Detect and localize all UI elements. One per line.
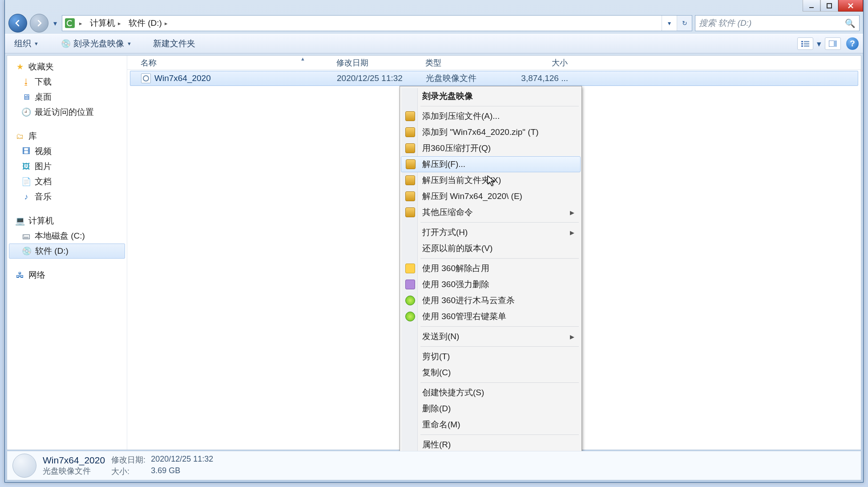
ctx-360-force-delete[interactable]: 使用 360强力删除 — [401, 276, 581, 292]
nav-row: ▾ ▸ 计算机 ▸ 软件 (D:) ▸ ▾ ↻ 搜索 软件 (D:) 🔍 — [5, 12, 863, 34]
svg-rect-0 — [809, 7, 814, 8]
file-row[interactable]: Win7x64_2020 2020/12/25 11:32 光盘映像文件 3,8… — [130, 71, 858, 86]
ctx-open-with[interactable]: 打开方式(H)▶ — [401, 224, 581, 240]
video-icon: 🎞 — [21, 146, 31, 156]
tree-drive-d[interactable]: 💿软件 (D:) — [9, 244, 125, 259]
desktop-icon: 🖥 — [21, 92, 31, 102]
tree-pictures[interactable]: 🖼图片 — [9, 159, 125, 174]
computer-icon: 💻 — [15, 216, 25, 226]
explorer-body: ★收藏夹 ⭳下载 🖥桌面 🕘最近访问的位置 🗂库 🎞视频 🖼图片 📄文档 ♪音乐… — [7, 55, 861, 450]
address-bar[interactable]: ▸ 计算机 ▸ 软件 (D:) ▸ ▾ ↻ — [62, 15, 692, 31]
col-size[interactable]: 大小 — [510, 57, 572, 68]
toolbar: 组织▼ 💿刻录光盘映像▼ 新建文件夹 ▾ ? — [5, 34, 863, 53]
file-name: Win7x64_2020 — [154, 73, 211, 83]
file-date: 2020/12/25 11:32 — [332, 73, 421, 83]
svg-rect-9 — [834, 41, 837, 47]
close-button[interactable] — [838, 0, 863, 12]
search-icon: 🔍 — [845, 18, 856, 28]
recent-icon: 🕘 — [21, 107, 31, 117]
view-mode-dropdown[interactable]: ▾ — [815, 36, 823, 52]
sort-asc-icon: ▲ — [300, 56, 305, 61]
breadcrumb-drive[interactable]: 软件 (D:) ▸ — [126, 16, 173, 31]
ctx-add-to-zip[interactable]: 添加到 "Win7x64_2020.zip" (T) — [401, 124, 581, 140]
360-icon — [405, 280, 415, 289]
col-date[interactable]: 修改日期 — [332, 57, 421, 68]
minimize-button[interactable] — [803, 0, 820, 12]
col-name[interactable]: 名称▲ — [136, 57, 332, 68]
ctx-360-unlock[interactable]: 使用 360解除占用 — [401, 260, 581, 276]
details-pane: Win7x64_2020 光盘映像文件 修改日期: 2020/12/25 11:… — [7, 451, 861, 480]
maximize-button[interactable] — [820, 0, 838, 12]
ctx-create-shortcut[interactable]: 创建快捷方式(S) — [401, 385, 581, 401]
archive-icon — [405, 191, 415, 201]
ctx-360-cloud-scan[interactable]: 使用 360进行木马云查杀 — [401, 292, 581, 308]
submenu-arrow-icon: ▶ — [570, 229, 574, 236]
ctx-properties[interactable]: 属性(R) — [401, 437, 581, 453]
submenu-arrow-icon: ▶ — [570, 333, 574, 340]
address-dropdown[interactable]: ▾ — [662, 16, 677, 31]
details-file-icon — [12, 454, 36, 478]
archive-icon — [405, 111, 415, 121]
col-type[interactable]: 类型 — [421, 57, 510, 68]
ctx-cut[interactable]: 剪切(T) — [401, 349, 581, 365]
library-icon: 🗂 — [15, 131, 25, 141]
drive-icon: 💿 — [22, 246, 32, 256]
drive-icon — [65, 18, 75, 28]
forward-button[interactable] — [30, 14, 48, 32]
preview-pane-button[interactable] — [825, 37, 841, 50]
file-size: 3,874,126 ... — [510, 73, 573, 83]
tree-videos[interactable]: 🎞视频 — [9, 144, 125, 159]
star-icon: ★ — [15, 62, 25, 72]
file-list: 名称▲ 修改日期 类型 大小 Win7x64_2020 2020/12/25 1… — [127, 56, 861, 450]
archive-icon — [405, 207, 415, 217]
downloads-icon: ⭳ — [21, 77, 31, 87]
breadcrumb-chevron[interactable]: ▸ — [77, 16, 87, 31]
ctx-extract-here[interactable]: 解压到当前文件夹(X) — [401, 172, 581, 188]
svg-rect-2 — [801, 41, 803, 42]
new-folder-button[interactable]: 新建文件夹 — [148, 36, 200, 52]
ctx-send-to[interactable]: 发送到(N)▶ — [401, 329, 581, 345]
tree-downloads[interactable]: ⭳下载 — [9, 74, 125, 89]
ctx-burn-image[interactable]: 刻录光盘映像 — [401, 88, 581, 104]
nav-history-dropdown[interactable]: ▾ — [51, 15, 59, 31]
breadcrumb-computer[interactable]: 计算机 ▸ — [87, 16, 126, 31]
tree-recent[interactable]: 🕘最近访问的位置 — [9, 105, 125, 120]
submenu-arrow-icon: ▶ — [570, 209, 574, 216]
search-box[interactable]: 搜索 软件 (D:) 🔍 — [695, 15, 860, 31]
nav-tree: ★收藏夹 ⭳下载 🖥桌面 🕘最近访问的位置 🗂库 🎞视频 🖼图片 📄文档 ♪音乐… — [7, 56, 127, 450]
refresh-button[interactable]: ↻ — [677, 16, 692, 31]
organize-button[interactable]: 组织▼ — [9, 36, 44, 52]
tree-computer[interactable]: 💻计算机 — [9, 213, 125, 228]
tree-favorites[interactable]: ★收藏夹 — [9, 59, 125, 74]
ctx-other-compress[interactable]: 其他压缩命令▶ — [401, 204, 581, 220]
details-type: 光盘映像文件 — [43, 466, 105, 476]
iso-file-icon — [141, 73, 151, 83]
burn-image-button[interactable]: 💿刻录光盘映像▼ — [56, 36, 137, 52]
details-size-label: 大小: — [111, 466, 145, 477]
details-size-value: 3.69 GB — [151, 466, 213, 477]
title-bar — [5, 0, 863, 12]
ctx-restore-previous[interactable]: 还原以前的版本(V) — [401, 240, 581, 256]
tree-libraries[interactable]: 🗂库 — [9, 129, 125, 144]
tree-documents[interactable]: 📄文档 — [9, 174, 125, 189]
ctx-extract-to-folder[interactable]: 解压到 Win7x64_2020\ (E) — [401, 188, 581, 204]
view-mode-button[interactable] — [797, 37, 813, 50]
ctx-open-with-360zip[interactable]: 用360压缩打开(Q) — [401, 140, 581, 156]
tree-music[interactable]: ♪音乐 — [9, 189, 125, 204]
back-button[interactable] — [8, 14, 27, 32]
svg-rect-1 — [827, 4, 832, 8]
ctx-add-to-archive[interactable]: 添加到压缩文件(A)... — [401, 108, 581, 124]
tree-network[interactable]: 🖧网络 — [9, 268, 125, 283]
archive-icon — [405, 175, 415, 185]
ctx-delete[interactable]: 删除(D) — [401, 401, 581, 417]
disc-icon: 💿 — [61, 39, 71, 49]
ctx-copy[interactable]: 复制(C) — [401, 365, 581, 381]
tree-drive-c[interactable]: 🖴本地磁盘 (C:) — [9, 228, 125, 244]
ctx-extract-to[interactable]: 解压到(F)... — [401, 156, 581, 172]
tree-desktop[interactable]: 🖥桌面 — [9, 89, 125, 105]
help-button[interactable]: ? — [846, 37, 859, 50]
ctx-360-manage-menu[interactable]: 使用 360管理右键菜单 — [401, 308, 581, 325]
column-headers: 名称▲ 修改日期 类型 大小 — [127, 56, 861, 70]
explorer-window: ▾ ▸ 计算机 ▸ 软件 (D:) ▸ ▾ ↻ 搜索 软件 (D:) 🔍 组织▼… — [4, 0, 864, 483]
ctx-rename[interactable]: 重命名(M) — [401, 417, 581, 433]
